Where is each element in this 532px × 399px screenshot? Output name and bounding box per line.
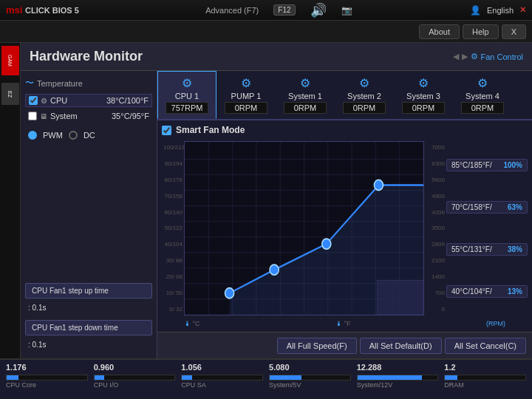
product-name: CLICK BIOS 5 xyxy=(25,6,79,15)
step-down-button[interactable]: CPU Fan1 step down time xyxy=(25,320,152,335)
english-label[interactable]: English xyxy=(487,6,514,15)
fan-tab-rpm-5: 0RPM xyxy=(461,102,504,114)
fan-tab-system4[interactable]: ⚙ System 4 0RPM xyxy=(453,71,512,119)
smart-fan-checkbox[interactable] xyxy=(162,126,171,135)
voltage-value-3: 5.080 xyxy=(269,363,351,372)
y-label-right: 2800 xyxy=(426,241,445,248)
fan-tabs: ⚙ CPU 1 757RPM ⚙ PUMP 1 0RPM ⚙ System 1 … xyxy=(157,71,532,120)
system-label: System xyxy=(50,112,109,120)
fan-tab-name-0: CPU 1 xyxy=(175,92,199,100)
system-temp-checkbox[interactable] xyxy=(28,112,37,120)
close-button[interactable]: X xyxy=(502,24,526,39)
y-label-left: 30/ 88 xyxy=(163,257,183,264)
voltage-bar-item-0: CPU Core xyxy=(6,375,88,389)
fan-tab-system1[interactable]: ⚙ System 1 0RPM xyxy=(276,71,335,119)
fan-tab-icon-4: ⚙ xyxy=(418,76,429,90)
temp-ann-temp-0: 85°C/185°F/ xyxy=(451,161,500,169)
fan-curve-chart xyxy=(185,142,423,315)
temperature-label: Temperature xyxy=(37,79,83,88)
voltage-value-2: 1.056 xyxy=(181,363,263,372)
curve-point-3[interactable] xyxy=(322,239,331,249)
step-up-value: : 0.1s xyxy=(25,303,152,313)
voltage-bar-3 xyxy=(270,375,301,380)
top-bar-center: Advanced (F7) F12 🔊 📷 xyxy=(88,2,470,18)
breadcrumb-fan-icon: ⚙ xyxy=(471,52,478,61)
fan-tab-name-2: System 1 xyxy=(288,92,322,100)
voltage-item-dram: 1.2 xyxy=(444,363,526,372)
advanced-label[interactable]: Advanced (F7) xyxy=(205,6,259,15)
breadcrumb: ◀ ▶ ⚙ Fan Control xyxy=(453,52,523,61)
top-bar-right: 👤 English ✕ xyxy=(470,5,526,16)
smart-fan-row: Smart Fan Mode xyxy=(162,125,528,135)
y-label-right: 4900 xyxy=(426,193,445,200)
curve-point-4[interactable] xyxy=(374,180,383,190)
chart-y-labels-right: 7000630056004900420035002800210014007000 xyxy=(424,141,446,316)
page-title: Hardware Monitor xyxy=(30,49,143,64)
voltage-item-cpucore: 1.176 xyxy=(6,363,88,372)
voltage-row: 1.1760.9601.0565.08012.2881.2 xyxy=(6,363,526,372)
temp-ann-pct-0: 100% xyxy=(503,161,522,169)
main-panel: Hardware Monitor ◀ ▶ ⚙ Fan Control 〜 Tem… xyxy=(21,43,532,358)
full-speed-button[interactable]: All Full Speed(F) xyxy=(277,338,357,354)
cpu-temp-checkbox[interactable] xyxy=(29,96,38,105)
voltage-item-systemv: 5.080 xyxy=(269,363,351,372)
pwm-radio[interactable] xyxy=(28,131,37,140)
logo: msi CLICK BIOS 5 xyxy=(6,4,79,16)
voltage-bar-container-3 xyxy=(269,375,351,381)
breadcrumb-nav-arrows[interactable]: ◀ ▶ xyxy=(453,52,467,61)
voltage-bar-container-1 xyxy=(94,375,176,381)
temp-ann-temp-3: 40°C/104°F/ xyxy=(451,287,505,296)
temp-ann-pct-2: 38% xyxy=(508,245,522,253)
voltage-value-5: 1.2 xyxy=(444,363,526,372)
fan-tab-pump1[interactable]: ⚙ PUMP 1 0RPM xyxy=(216,71,276,119)
voltage-name-1: CPU I/O xyxy=(94,381,176,389)
svg-rect-23 xyxy=(377,280,423,315)
y-label-left: 20/ 68 xyxy=(163,273,183,280)
fan-tab-rpm-0: 757RPM xyxy=(166,102,208,114)
dc-radio[interactable] xyxy=(69,131,78,140)
breadcrumb-fan-control[interactable]: Fan Control xyxy=(481,52,523,61)
y-label-right: 2100 xyxy=(426,257,445,264)
dc-label: DC xyxy=(83,131,95,140)
left-section: 〜 Temperature ⚙ CPU 38°C/100°F 🖥 System … xyxy=(21,71,157,358)
temp-ann-pct-3: 13% xyxy=(508,287,522,296)
window-close-icon[interactable]: ✕ xyxy=(519,5,526,15)
voltage-bar-0 xyxy=(7,375,18,380)
fan-tab-icon-3: ⚙ xyxy=(359,76,369,90)
y-label-left: 50/122 xyxy=(163,225,183,231)
voltage-value-1: 0.960 xyxy=(94,363,176,372)
nav-gam[interactable]: GAM xyxy=(1,46,19,75)
temp-annotation-0[interactable]: 85°C/185°F/ 100% xyxy=(446,159,528,171)
y-label-left: 100/212 xyxy=(163,144,183,151)
chart-area[interactable] xyxy=(184,141,424,316)
curve-point-1[interactable] xyxy=(225,288,234,299)
temp-ann-pct-1: 63% xyxy=(508,203,522,211)
user-icon: 👤 xyxy=(470,5,481,16)
pwm-dc-row: PWM DC xyxy=(25,125,152,146)
set-cancel-button[interactable]: All Set Cancel(C) xyxy=(445,338,526,354)
cpu-temp-value: 38°C/100°F xyxy=(106,96,149,105)
fan-tab-system2[interactable]: ⚙ System 2 0RPM xyxy=(335,71,394,119)
temp-annotation-2[interactable]: 55°C/131°F/ 38% xyxy=(446,243,528,256)
chart-x-label-c: 🌡 °C xyxy=(184,320,200,327)
set-default-button[interactable]: All Set Default(D) xyxy=(360,338,442,354)
temp-annotation-1[interactable]: 70°C/158°F/ 63% xyxy=(446,201,528,214)
y-label-left: 70/158 xyxy=(163,193,183,200)
about-button[interactable]: About xyxy=(419,24,460,39)
nav-ez[interactable]: EZ xyxy=(1,83,19,105)
help-button[interactable]: Help xyxy=(463,24,499,39)
chart-x-rpm-label: (RPM) xyxy=(486,320,505,327)
step-up-button[interactable]: CPU Fan1 step up time xyxy=(25,283,152,299)
temp-annotations: 85°C/185°F/ 100% 70°C/158°F/ 63% 55°C/13… xyxy=(446,141,528,316)
fan-tab-cpu1[interactable]: ⚙ CPU 1 757RPM xyxy=(157,71,216,119)
camera-icon: 📷 xyxy=(341,5,352,16)
voltage-value-4: 12.288 xyxy=(357,363,439,372)
system-temp-value: 35°C/95°F xyxy=(112,112,149,120)
voltage-name-0: CPU Core xyxy=(6,381,88,389)
curve-point-2[interactable] xyxy=(270,265,279,275)
voltage-bar-5 xyxy=(445,375,457,380)
f12-badge[interactable]: F12 xyxy=(273,4,295,16)
action-buttons: All Full Speed(F) All Set Default(D) All… xyxy=(157,332,532,358)
temp-annotation-3[interactable]: 40°C/104°F/ 13% xyxy=(446,285,528,298)
fan-tab-system3[interactable]: ⚙ System 3 0RPM xyxy=(394,71,453,119)
